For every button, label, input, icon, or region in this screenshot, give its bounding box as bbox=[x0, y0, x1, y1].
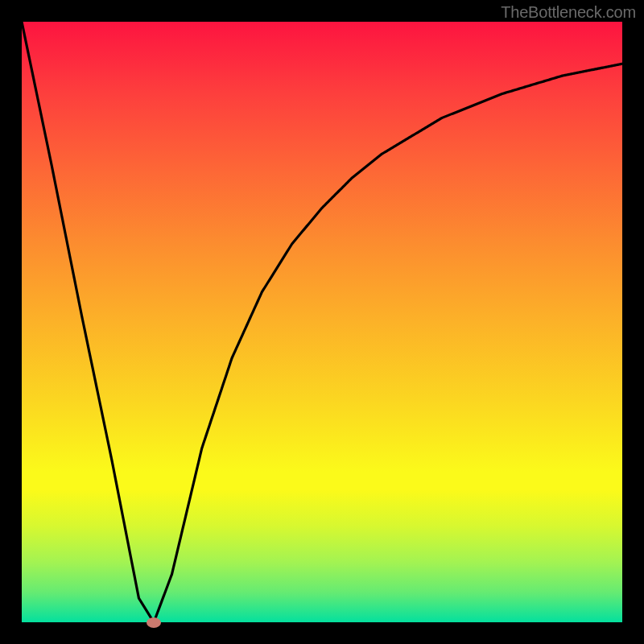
plot-area bbox=[22, 22, 622, 622]
watermark-text: TheBottleneck.com bbox=[501, 3, 636, 22]
optimum-marker bbox=[147, 617, 161, 628]
bottleneck-curve bbox=[22, 22, 622, 622]
